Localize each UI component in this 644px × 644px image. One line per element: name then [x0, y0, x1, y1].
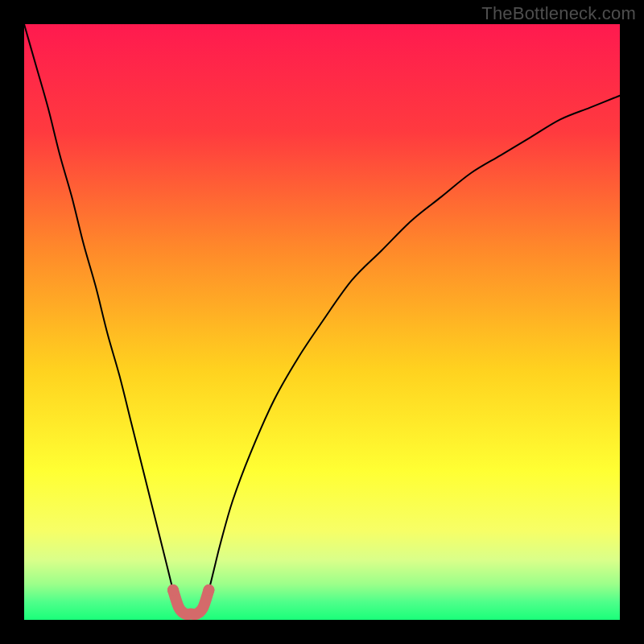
chart-svg — [24, 24, 620, 620]
watermark-text: TheBottleneck.com — [481, 3, 636, 24]
plot-area — [24, 24, 620, 620]
optimal-zone-cap-left — [167, 584, 179, 596]
optimal-zone-cap-right — [203, 584, 214, 596]
chart-frame: TheBottleneck.com — [0, 0, 644, 644]
